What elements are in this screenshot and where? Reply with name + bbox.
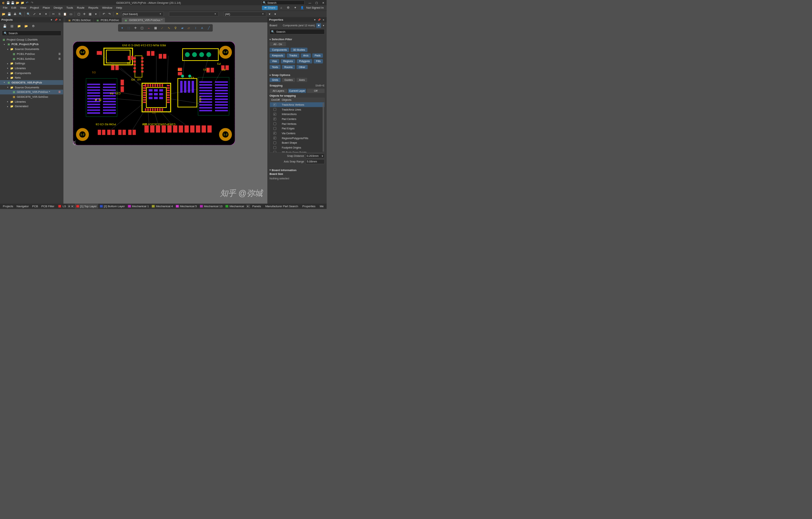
extensions-icon[interactable]: ✦ — [293, 5, 298, 11]
caret-right-icon[interactable]: ▸ — [6, 72, 9, 74]
menu-view[interactable]: View — [18, 5, 28, 11]
ab-text-icon[interactable]: A — [200, 25, 205, 30]
checkbox-icon[interactable] — [273, 151, 276, 152]
snap-row[interactable]: Pad Edges — [270, 126, 324, 131]
section-snap-options[interactable]: ▾Snap Options — [270, 73, 324, 77]
tree-source-docs-1[interactable]: ▾📁Source Documents — [0, 47, 63, 52]
snap-row[interactable]: Pad Vertices — [270, 121, 324, 126]
snap-off-button[interactable]: Off — [307, 89, 324, 93]
filter-fills-button[interactable]: Fills — [314, 59, 323, 63]
checkbox-icon[interactable]: ✓ — [273, 118, 276, 121]
tb-open-icon[interactable]: 📂 — [1, 11, 6, 17]
caret-right-icon[interactable]: ▸ — [6, 77, 9, 79]
proj-sort-icon[interactable]: 📂 — [24, 24, 29, 29]
properties-search-input[interactable]: 🔍 Search — [270, 29, 324, 34]
caret-down-icon[interactable]: ▾ — [3, 43, 6, 46]
tb-rubber-icon[interactable]: ▭ — [68, 11, 73, 17]
layer-tab[interactable]: Mechanical 15 — [224, 204, 245, 209]
variant-combo[interactable]: ▼ — [169, 12, 219, 17]
panel-close-icon[interactable]: ✕ — [322, 18, 325, 21]
tree-doc-pcb1sch[interactable]: ▦PCB1.SchDoc🗎 — [0, 56, 63, 61]
menu-tools[interactable]: Tools — [65, 5, 75, 11]
filter-all-on-button[interactable]: All - On — [270, 42, 286, 46]
filter-combo[interactable]: (All)▼ — [224, 12, 266, 17]
filter-polygons-button[interactable]: Polygons — [297, 59, 312, 63]
snap-row[interactable]: ✓Track/Arcs Vertices — [270, 102, 324, 107]
caret-right-icon[interactable]: ▸ — [6, 62, 9, 64]
caret-down-icon[interactable]: ▾ — [6, 48, 9, 50]
ab-pad-icon[interactable]: ⚲ — [173, 25, 178, 30]
checkbox-icon[interactable] — [273, 127, 276, 130]
menu-design[interactable]: Design — [52, 5, 65, 11]
tree-doc-g030sch[interactable]: ▦G030C8T6_V05.SchDoc — [0, 94, 63, 99]
filter-tracks-button[interactable]: Tracks — [287, 53, 299, 58]
proj-folder-icon[interactable]: 📁 — [17, 24, 21, 29]
window-close-button[interactable]: ✕ — [320, 0, 327, 5]
layer-tab[interactable]: Mechanical 5 — [174, 204, 198, 209]
share-button[interactable]: ➦ Share — [262, 6, 278, 10]
qat-openproject-icon[interactable]: 📁 — [21, 1, 24, 5]
filter-other-button[interactable]: Other — [296, 65, 308, 69]
tb-zoomin-icon[interactable]: ✦ — [43, 11, 48, 17]
snap-alllayers-button[interactable]: All Layers — [270, 89, 287, 93]
menu-edit[interactable]: Edit — [9, 5, 18, 11]
layer-tab[interactable]: Mechanical 13 — [198, 204, 224, 209]
ab-fill-icon[interactable]: ▰ — [179, 25, 185, 30]
doctab-pcb1pcb[interactable]: ▦PCB1.PcbDoc — [94, 18, 121, 23]
user-icon[interactable]: 👤 — [300, 5, 305, 11]
checkbox-icon[interactable]: ✓ — [273, 137, 276, 140]
tb-cut-icon[interactable]: ✂ — [51, 11, 56, 17]
layer-next-button[interactable]: ▸ — [71, 205, 74, 208]
tree-components[interactable]: ▸📁Components — [0, 71, 63, 76]
filter-pads-button[interactable]: Pads — [312, 53, 323, 58]
tb-selectrect-icon[interactable]: ▢ — [76, 11, 81, 17]
window-minimize-button[interactable]: — — [306, 0, 313, 5]
qat-undo-icon[interactable]: ↶ — [25, 1, 29, 5]
projects-search-input[interactable]: 🔍 Search — [2, 30, 61, 36]
tb-zoomarea-icon[interactable]: 🔍 — [26, 11, 31, 17]
snap-row[interactable]: ✓Pad Centers — [270, 117, 324, 121]
layer-tab[interactable]: Mechanical 4 — [150, 204, 174, 209]
snap-axes-button[interactable]: Axes — [297, 78, 307, 82]
menu-place[interactable]: Place — [41, 5, 52, 11]
filter-rooms-button[interactable]: Rooms — [282, 65, 295, 69]
statusbar-panel-manufacturer-part-search[interactable]: Manufacturer Part Search — [264, 205, 300, 208]
ab-component-icon[interactable]: ▦ — [153, 25, 158, 30]
snap-distance-input[interactable]: 0.203mm▼ — [306, 153, 325, 158]
panel-pin-icon[interactable]: 📌 — [54, 18, 58, 21]
qat-open-icon[interactable]: 📂 — [16, 1, 20, 5]
layer-scroll-right-button[interactable]: ▸ — [246, 205, 250, 208]
menu-project[interactable]: Project — [28, 5, 41, 11]
caret-right-icon[interactable]: ▸ — [6, 105, 9, 108]
tb-preview-icon[interactable]: 🔍 — [18, 11, 23, 17]
layer-tab[interactable]: Mechanical 1 — [126, 204, 150, 209]
menu-route[interactable]: Route — [75, 5, 86, 11]
checkbox-icon[interactable] — [273, 108, 276, 111]
window-maximize-button[interactable]: ▢ — [313, 0, 320, 5]
filter-texts-button[interactable]: Texts — [270, 65, 280, 69]
tb-move-icon[interactable]: ✛ — [82, 11, 87, 17]
snap-guides-button[interactable]: Guides — [282, 78, 295, 82]
ab-line-icon[interactable]: ╱ — [206, 25, 211, 30]
snap-row[interactable]: Footprint Origins — [270, 145, 324, 150]
tree-project-1[interactable]: ▾▣PCB_Project.PrjPcb — [0, 42, 63, 47]
checkbox-icon[interactable]: ✓ — [273, 113, 276, 116]
menu-help[interactable]: Help — [114, 5, 124, 11]
filter-toggle-button[interactable]: ▾ — [316, 23, 321, 28]
tb-filterapply-icon[interactable]: ▾ — [267, 11, 272, 17]
filter-vias-button[interactable]: Vias — [270, 59, 279, 63]
menu-reports[interactable]: Reports — [86, 5, 100, 11]
ab-via-icon[interactable]: ∿ — [166, 25, 171, 30]
snap-row[interactable]: Track/Arcs Lines — [270, 107, 324, 112]
home-icon[interactable]: ⌂ — [279, 5, 284, 11]
tb-save-icon[interactable]: 💾 — [7, 11, 12, 17]
tree-project-2[interactable]: ▾▣G030C8T6_V05.PrjPcb — [0, 80, 63, 85]
caret-right-icon[interactable]: ▸ — [6, 100, 9, 103]
filter-arcs-button[interactable]: Arcs — [301, 53, 311, 58]
snap-row[interactable]: ✓Intersections — [270, 112, 324, 117]
statusbar-tab-pcb[interactable]: PCB — [31, 203, 39, 209]
pcb-board-view[interactable]: 1-2 1-2 1-2 1-2 RES RUN C13 C14 GND C D … — [73, 41, 235, 145]
ab-snap-icon[interactable]: ⸬ — [126, 25, 131, 30]
filter-components-button[interactable]: Components — [270, 48, 289, 52]
ab-crosshair-icon[interactable]: ✛ — [133, 25, 138, 30]
